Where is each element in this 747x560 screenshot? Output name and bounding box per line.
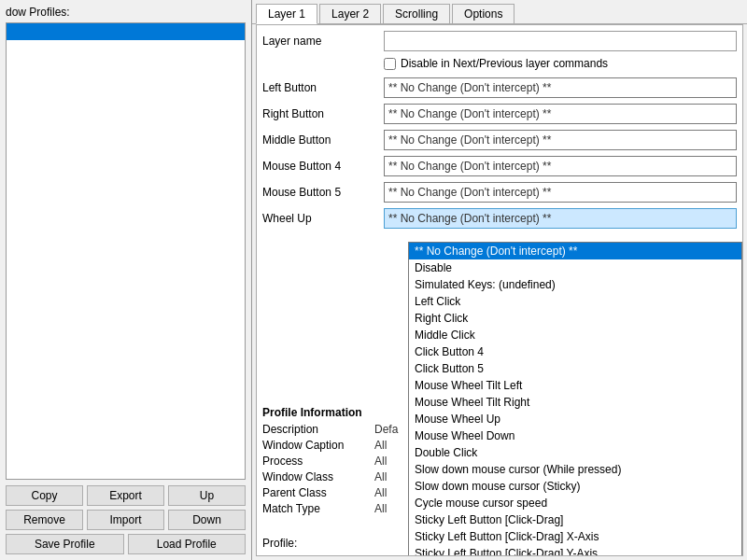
layer-name-row: Layer name	[262, 31, 737, 51]
profiles-list[interactable]	[6, 22, 246, 480]
profile-info-match-value: All	[374, 502, 387, 515]
tabs-bar: Layer 1 Layer 2 Scrolling Options	[252, 0, 747, 24]
dd-item-slow-pressed[interactable]: Slow down mouse cursor (While pressed)	[409, 461, 741, 478]
disable-check-row: Disable in Next/Previous layer commands	[384, 57, 737, 70]
dd-item-left-click[interactable]: Left Click	[409, 293, 741, 310]
tab-scrolling[interactable]: Scrolling	[383, 4, 450, 23]
dd-item-disable[interactable]: Disable	[409, 259, 741, 276]
mouse-button5-label: Mouse Button 5	[262, 186, 384, 199]
tab-options[interactable]: Options	[452, 4, 514, 23]
tab-layer2[interactable]: Layer 2	[319, 4, 381, 23]
profile-info-parent-label: Parent Class	[262, 486, 374, 499]
left-button-label: Left Button	[262, 81, 384, 94]
wheel-up-dropdown-popup[interactable]: ** No Change (Don't intercept) ** Disabl…	[408, 242, 742, 556]
profile-info-caption-value: All	[374, 439, 387, 452]
remove-button[interactable]: Remove	[6, 510, 83, 530]
tab-layer1[interactable]: Layer 1	[256, 4, 317, 24]
middle-button-row: Middle Button ** No Change (Don't interc…	[262, 130, 737, 150]
dd-item-no-change[interactable]: ** No Change (Don't intercept) **	[409, 243, 741, 259]
left-button-row: Left Button ** No Change (Don't intercep…	[262, 77, 737, 98]
profile-label: Profile:	[262, 537, 297, 550]
export-button[interactable]: Export	[87, 485, 164, 506]
wheel-up-row: Wheel Up ** No Change (Don't intercept) …	[262, 208, 737, 229]
mouse-button4-dropdown[interactable]: ** No Change (Don't intercept) **	[384, 156, 737, 176]
profile-info-description-label: Description	[262, 423, 374, 436]
layer-name-label: Layer name	[262, 35, 384, 48]
disable-checkbox-label: Disable in Next/Previous layer commands	[401, 57, 608, 70]
right-button-dropdown[interactable]: ** No Change (Don't intercept) **	[384, 104, 737, 124]
mouse-button4-row: Mouse Button 4 ** No Change (Don't inter…	[262, 156, 737, 176]
save-profile-button[interactable]: Save Profile	[6, 534, 124, 554]
dd-item-wheel-up[interactable]: Mouse Wheel Up	[409, 411, 741, 427]
disable-checkbox[interactable]	[384, 58, 396, 70]
profile-info-class-value: All	[374, 470, 387, 483]
profile-info-process-value: All	[374, 455, 387, 468]
wheel-up-label: Wheel Up	[262, 212, 384, 225]
dd-item-wheel-down[interactable]: Mouse Wheel Down	[409, 427, 741, 444]
dd-item-sticky-left-y[interactable]: Sticky Left Button [Click-Drag] Y-Axis	[409, 545, 741, 556]
right-panel: Layer 1 Layer 2 Scrolling Options Layer …	[252, 0, 747, 560]
right-button-label: Right Button	[262, 107, 384, 120]
mouse-button5-dropdown[interactable]: ** No Change (Don't intercept) **	[384, 182, 737, 203]
profile-info-class-label: Window Class	[262, 470, 374, 483]
wheel-up-dropdown[interactable]: ** No Change (Don't intercept) **	[384, 208, 737, 229]
profile-info-parent-value: All	[374, 486, 387, 499]
up-button[interactable]: Up	[168, 485, 246, 506]
profile-info-caption-label: Window Caption	[262, 439, 374, 452]
load-profile-button[interactable]: Load Profile	[128, 534, 247, 554]
dd-item-simulated-keys[interactable]: Simulated Keys: (undefined)	[409, 276, 741, 293]
dd-item-double-click[interactable]: Double Click	[409, 444, 741, 461]
mouse-button4-label: Mouse Button 4	[262, 160, 384, 173]
layer-name-input[interactable]	[384, 31, 737, 51]
right-button-row: Right Button ** No Change (Don't interce…	[262, 104, 737, 124]
down-button[interactable]: Down	[168, 510, 246, 530]
dd-item-cycle-speed[interactable]: Cycle mouse cursor speed	[409, 495, 741, 511]
copy-button[interactable]: Copy	[6, 485, 83, 506]
left-button-dropdown[interactable]: ** No Change (Don't intercept) **	[384, 77, 737, 98]
dd-item-middle-click[interactable]: Middle Click	[409, 327, 741, 343]
dd-item-click-button5[interactable]: Click Button 5	[409, 360, 741, 377]
dd-item-wheel-tilt-right[interactable]: Mouse Wheel Tilt Right	[409, 394, 741, 411]
profile-info-match-label: Match Type	[262, 502, 374, 515]
mouse-button5-row: Mouse Button 5 ** No Change (Don't inter…	[262, 182, 737, 203]
dd-item-right-click[interactable]: Right Click	[409, 310, 741, 327]
dd-item-sticky-left-x[interactable]: Sticky Left Button [Click-Drag] X-Axis	[409, 528, 741, 545]
dd-item-slow-sticky[interactable]: Slow down mouse cursor (Sticky)	[409, 478, 741, 495]
profile-info-description-value: Defa	[374, 423, 398, 436]
dd-item-sticky-left[interactable]: Sticky Left Button [Click-Drag]	[409, 511, 741, 528]
profiles-title: dow Profiles:	[6, 6, 246, 19]
profile-list-item[interactable]	[7, 23, 245, 40]
left-panel: dow Profiles: Copy Export Up Remove Impo…	[0, 0, 252, 560]
middle-button-dropdown[interactable]: ** No Change (Don't intercept) **	[384, 130, 737, 150]
dd-item-click-button4[interactable]: Click Button 4	[409, 343, 741, 360]
profile-info-process-label: Process	[262, 455, 374, 468]
import-button[interactable]: Import	[87, 510, 164, 530]
middle-button-label: Middle Button	[262, 133, 384, 147]
dd-item-wheel-tilt-left[interactable]: Mouse Wheel Tilt Left	[409, 377, 741, 394]
content-area: Layer name Disable in Next/Previous laye…	[256, 24, 743, 556]
profile-label-row: Profile:	[262, 537, 297, 550]
